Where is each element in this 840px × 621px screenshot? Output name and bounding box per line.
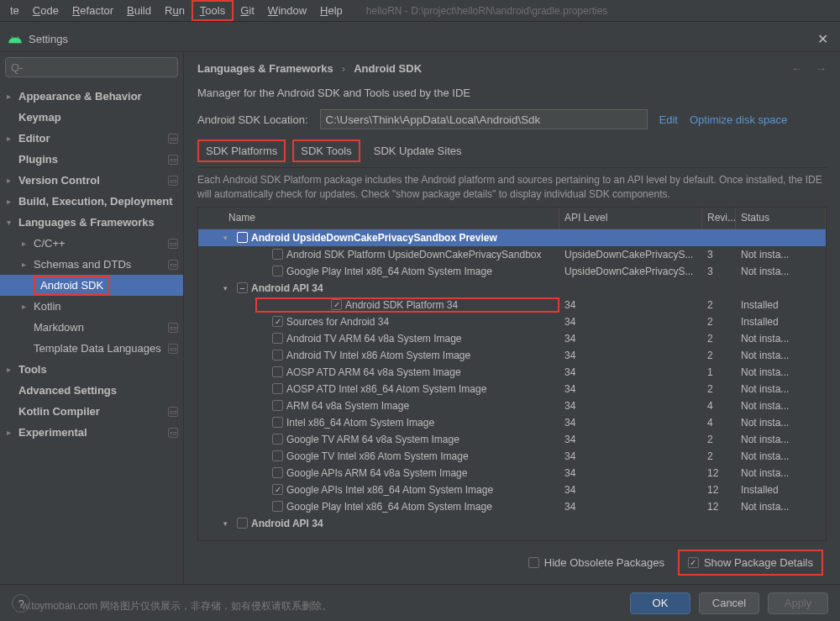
checkbox-icon[interactable] [272, 400, 283, 411]
table-row[interactable]: AOSP ATD Intel x86_64 Atom System Image3… [198, 381, 826, 397]
sidebar-item-kotlin-compiler[interactable]: Kotlin Compiler▭ [0, 401, 183, 422]
tab-sdk-update-sites[interactable]: SDK Update Sites [367, 141, 469, 161]
row-status: Not insta... [736, 501, 826, 513]
table-row[interactable]: ▾Android API 34 [198, 515, 826, 532]
menu-window[interactable]: Window [261, 2, 313, 19]
col-api[interactable]: API Level [559, 208, 702, 229]
checkbox-icon[interactable] [272, 417, 283, 428]
checkbox-icon[interactable] [272, 450, 283, 461]
sidebar-item-appearance-behavior[interactable]: ▸Appearance & Behavior [0, 86, 183, 107]
sidebar-item-markdown[interactable]: Markdown▭ [0, 317, 183, 338]
sidebar-item-tools[interactable]: ▸Tools [0, 359, 183, 380]
row-rev: 2 [702, 316, 736, 328]
row-status: Not insta... [736, 434, 826, 445]
sidebar-item-label: Keymap [18, 111, 178, 124]
tab-sdk-tools[interactable]: SDK Tools [292, 139, 360, 162]
table-row[interactable]: Sources for Android 34342Installed [198, 313, 826, 330]
show-details-checkbox[interactable]: Show Package Details [678, 550, 823, 576]
sidebar-item-experimental[interactable]: ▸Experimental▭ [0, 422, 183, 443]
checkbox-icon[interactable] [272, 501, 283, 512]
table-row[interactable]: Google APIs ARM 64 v8a System Image3412N… [198, 465, 826, 482]
col-status[interactable]: Status [736, 208, 826, 229]
sdk-location-input[interactable] [320, 109, 648, 129]
forward-arrow-icon[interactable]: → [816, 62, 827, 75]
apply-button[interactable]: Apply [768, 592, 828, 614]
table-row[interactable]: Android SDK Platform UpsideDownCakePriva… [198, 246, 826, 263]
sidebar-item-template-data-languages[interactable]: Template Data Languages▭ [0, 338, 183, 359]
row-rev: 2 [702, 383, 736, 395]
sidebar-item-editor[interactable]: ▸Editor▭ [0, 128, 183, 149]
menu-te[interactable]: te [3, 2, 26, 19]
expand-icon[interactable]: ▾ [223, 234, 234, 242]
checkbox-icon[interactable] [272, 467, 283, 478]
table-row[interactable]: Android TV Intel x86 Atom System Image34… [198, 347, 826, 364]
sidebar-item-languages-frameworks[interactable]: ▾Languages & Frameworks [0, 212, 183, 233]
close-icon[interactable]: ✕ [814, 31, 832, 47]
checkbox-icon[interactable] [272, 249, 283, 260]
sidebar-item-label: Template Data Languages [34, 342, 168, 355]
sidebar-item-keymap[interactable]: Keymap [0, 107, 183, 128]
cancel-button[interactable]: Cancel [699, 592, 759, 614]
checkbox-icon[interactable] [272, 266, 283, 276]
table-row[interactable]: Android SDK Platform 34342Installed [198, 297, 826, 313]
sidebar-item-version-control[interactable]: ▸Version Control▭ [0, 170, 183, 191]
table-row[interactable]: Google TV ARM 64 v8a System Image342Not … [198, 431, 826, 448]
row-rev: 4 [702, 417, 736, 429]
checkbox-icon[interactable] [237, 282, 248, 293]
checkbox-icon[interactable] [237, 518, 248, 529]
table-row[interactable]: ARM 64 v8a System Image344Not insta... [198, 397, 826, 414]
checkbox-icon[interactable] [331, 299, 342, 310]
optimize-link[interactable]: Optimize disk space [690, 113, 787, 126]
table-row[interactable]: Google Play Intel x86_64 Atom System Ima… [198, 498, 826, 515]
checkbox-icon[interactable] [272, 366, 283, 377]
scope-badge-icon: ▭ [168, 344, 178, 354]
hide-obsolete-checkbox[interactable]: Hide Obsolete Packages [528, 556, 664, 569]
scope-badge-icon: ▭ [168, 155, 178, 165]
tab-description: Each Android SDK Platform package includ… [197, 173, 827, 202]
menu-help[interactable]: Help [313, 2, 349, 19]
back-arrow-icon[interactable]: ← [791, 62, 802, 75]
sidebar-item-build-execution-deployment[interactable]: ▸Build, Execution, Deployment [0, 191, 183, 212]
col-rev[interactable]: Revi... [702, 208, 736, 229]
table-row[interactable]: Google Play Intel x86_64 Atom System Ima… [198, 263, 826, 280]
row-name: Android API 34 [251, 518, 323, 529]
sidebar-item-plugins[interactable]: Plugins▭ [0, 149, 183, 170]
row-api: 34 [559, 366, 702, 378]
edit-link[interactable]: Edit [659, 113, 678, 126]
row-name: Android TV Intel x86 Atom System Image [286, 350, 470, 361]
sidebar-item-kotlin[interactable]: ▸Kotlin [0, 296, 183, 317]
menu-tools[interactable]: Tools [192, 0, 234, 21]
table-row[interactable]: Google TV Intel x86 Atom System Image342… [198, 448, 826, 465]
table-row[interactable]: ▾Android UpsideDownCakePrivacySandbox Pr… [198, 229, 826, 246]
sidebar-item-android-sdk[interactable]: Android SDK [0, 275, 183, 296]
expand-icon[interactable]: ▾ [223, 519, 234, 528]
row-status: Not insta... [736, 417, 826, 429]
table-row[interactable]: AOSP ATD ARM 64 v8a System Image341Not i… [198, 364, 826, 381]
checkbox-icon[interactable] [272, 350, 283, 360]
checkbox-icon[interactable] [272, 316, 283, 327]
checkbox-icon[interactable] [237, 232, 248, 243]
sidebar-item-advanced-settings[interactable]: Advanced Settings [0, 380, 183, 401]
search-input[interactable]: Q- [5, 57, 178, 77]
menu-build[interactable]: Build [120, 2, 158, 19]
table-row[interactable]: Android TV ARM 64 v8a System Image342Not… [198, 330, 826, 347]
ok-button[interactable]: OK [630, 592, 690, 614]
menu-git[interactable]: Git [234, 2, 261, 19]
checkbox-icon[interactable] [272, 484, 283, 495]
menu-run[interactable]: Run [158, 2, 192, 19]
menu-code[interactable]: Code [26, 2, 66, 19]
expand-icon[interactable]: ▾ [223, 284, 234, 292]
sidebar-item-label: Editor [18, 132, 168, 145]
table-row[interactable]: ▾Android API 34 [198, 280, 826, 297]
tab-sdk-platforms[interactable]: SDK Platforms [197, 139, 286, 162]
table-row[interactable]: Intel x86_64 Atom System Image344Not ins… [198, 414, 826, 431]
checkbox-icon[interactable] [272, 434, 283, 445]
sidebar-item-schemas-and-dtds[interactable]: ▸Schemas and DTDs▭ [0, 254, 183, 275]
checkbox-icon[interactable] [272, 333, 283, 344]
checkbox-icon[interactable] [272, 383, 283, 394]
col-name[interactable]: Name [198, 208, 559, 229]
menu-refactor[interactable]: Refactor [66, 2, 120, 19]
table-row[interactable]: Google APIs Intel x86_64 Atom System Ima… [198, 482, 826, 498]
breadcrumb-item[interactable]: Languages & Frameworks [197, 62, 333, 75]
sidebar-item-c-c-[interactable]: ▸C/C++▭ [0, 233, 183, 254]
